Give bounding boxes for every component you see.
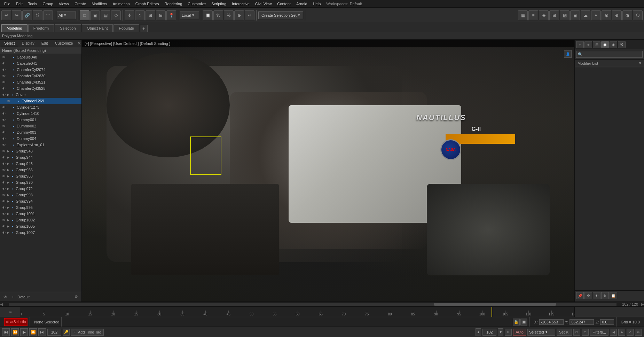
time-config-icon[interactable]: ⚙ [505, 329, 512, 336]
menu-content[interactable]: Content [274, 1, 293, 7]
eye-icon-13[interactable]: 👁 [1, 137, 6, 141]
expand-icon-21[interactable]: ▶ [7, 187, 9, 190]
filter-icon[interactable]: ⊻ [582, 329, 589, 336]
filters-button[interactable]: Filters... [590, 329, 608, 336]
layer-settings-icon[interactable]: ⚙ [73, 294, 79, 300]
menu-tools[interactable]: Tools [25, 1, 40, 7]
modify-tab-button[interactable]: ⎈ [584, 41, 592, 48]
play-button[interactable]: ▶ [20, 328, 28, 336]
scene-item-group1007[interactable]: 👁▶▪Group1007 [0, 229, 81, 236]
selection-filter-dropdown[interactable]: All ▾ [57, 11, 76, 19]
tab-selection[interactable]: Selection [55, 24, 81, 32]
eye-icon-3[interactable]: 👁 [1, 74, 6, 78]
menu-arnold[interactable]: Arnold [293, 1, 310, 7]
material-editor-button[interactable]: ◈ [539, 10, 549, 20]
eye-icon-5[interactable]: 👁 [1, 87, 6, 91]
tab-freeform[interactable]: Freeform [28, 24, 54, 32]
menu-modifiers[interactable]: Modifiers [89, 1, 110, 7]
menu-group[interactable]: Group [40, 1, 56, 7]
bind-button[interactable]: 〰 [43, 10, 53, 20]
arrow-left-anim-icon[interactable]: ◀ [610, 329, 617, 336]
scene-tab-customize[interactable]: Customize [52, 40, 76, 46]
expand-icon-27[interactable]: ▶ [7, 225, 9, 228]
prev-frame-button[interactable]: ⏪ [11, 328, 19, 336]
eye-icon-8[interactable]: 👁 [1, 105, 6, 109]
scene-item-group943[interactable]: 👁▶▪Group943 [0, 148, 81, 154]
effects-button[interactable]: ✦ [591, 10, 601, 20]
expand-icon-19[interactable]: ▶ [7, 174, 9, 178]
eye-icon-1[interactable]: 👁 [1, 62, 6, 65]
angle-snap-button[interactable]: % [213, 10, 223, 20]
modifier-show-button[interactable]: 👁 [593, 292, 600, 299]
arrow-right-anim-icon[interactable]: ▶ [618, 329, 625, 336]
expand-icon-17[interactable]: ▶ [7, 162, 9, 165]
eye-icon-25[interactable]: 👁 [1, 212, 6, 216]
eye-icon-6[interactable]: 👁 [1, 93, 6, 97]
expand-icon-18[interactable]: ▶ [7, 168, 9, 172]
eye-icon-16[interactable]: 👁 [1, 156, 6, 159]
spinner-snap-button[interactable]: % [224, 10, 234, 20]
raytracer-button[interactable]: ◉ [602, 10, 611, 20]
render-message-button[interactable]: ⊕ [612, 10, 622, 20]
scene-item-chamfercyl2074[interactable]: 👁▪ChamferCyl2074 [0, 66, 81, 73]
select-tool-button[interactable]: □ [80, 10, 89, 20]
expand-anim-icon[interactable]: ⤢ [627, 329, 634, 336]
eye-icon-28[interactable]: 👁 [1, 231, 6, 235]
menu-animation[interactable]: Animation [110, 1, 133, 7]
scene-item-chamfercyl3525[interactable]: 👁▪ChamferCyl3525 [0, 85, 81, 92]
eye-icon-11[interactable]: 👁 [1, 124, 6, 128]
tab-add-button[interactable]: + [140, 25, 148, 32]
selected-set-dropdown[interactable]: Selected ▾ [527, 329, 555, 336]
scene-item-group945[interactable]: 👁▶▪Group945 [0, 160, 81, 167]
eye-icon-21[interactable]: 👁 [1, 187, 6, 191]
scene-item-group1001[interactable]: 👁▶▪Group1001 [0, 211, 81, 217]
expand-icon-20[interactable]: ▶ [7, 181, 9, 184]
scene-item-chamfercyl3521[interactable]: 👁▪ChamferCyl3521 [0, 79, 81, 85]
expand-icon-26[interactable]: ▶ [7, 218, 9, 222]
expand-icon-25[interactable]: ▶ [7, 212, 9, 215]
eye-icon-14[interactable]: 👁 [1, 143, 6, 147]
scene-tab-select[interactable]: Select [1, 40, 18, 46]
eye-icon-26[interactable]: 👁 [1, 218, 6, 222]
scene-item-group1002[interactable]: 👁▶▪Group1002 [0, 217, 81, 223]
window-crossing-button[interactable]: ▤ [101, 10, 110, 20]
scene-item-explorerarm_01[interactable]: 👁▪ExplorerArm_01 [0, 142, 81, 148]
menu-create[interactable]: Create [72, 1, 89, 7]
menu-rendering[interactable]: Rendering [162, 1, 185, 7]
current-frame-input[interactable]: 102 [482, 329, 496, 336]
tab-populate[interactable]: Populate [113, 24, 139, 32]
scroll-left-button[interactable]: ◀ [0, 302, 3, 307]
modifier-configure-button[interactable]: ⚙ [584, 292, 592, 299]
scene-item-group972[interactable]: 👁▶▪Group972 [0, 186, 81, 192]
scene-item-group968[interactable]: 👁▶▪Group968 [0, 173, 81, 179]
scroll-right-button[interactable]: ▶ [641, 302, 644, 307]
scene-tab-display[interactable]: Display [19, 40, 37, 46]
eye-icon-23[interactable]: 👁 [1, 199, 6, 203]
create-selection-set-button[interactable]: Create Selection Set ▾ [258, 11, 303, 19]
eye-icon-24[interactable]: 👁 [1, 206, 6, 210]
snap-toggle-button[interactable]: 🔲 [203, 10, 213, 20]
scene-explorer-close-button[interactable]: ✕ [77, 41, 81, 46]
scene-item-cover[interactable]: 👁▶▪Cover [0, 92, 81, 98]
place-button[interactable]: 📍 [166, 10, 176, 20]
go-to-end-button[interactable]: ⏭ [38, 328, 46, 336]
coordinate-dropdown[interactable]: Local ▾ [180, 11, 199, 19]
menu-views[interactable]: Views [56, 1, 72, 7]
scene-item-cylinder1269[interactable]: 👁▪Cylinder1269 [0, 98, 81, 104]
material-map-button[interactable]: ⬡ [633, 10, 643, 20]
freehand-select-button[interactable]: ◇ [111, 10, 121, 20]
eye-icon-18[interactable]: 👁 [1, 168, 6, 172]
scene-item-group1005[interactable]: 👁▶▪Group1005 [0, 223, 81, 229]
viewport-icon[interactable]: ▣ [520, 319, 527, 326]
link-button[interactable]: 🔗 [22, 10, 32, 20]
viewport-settings-icon[interactable]: 👤 [564, 50, 572, 58]
scene-item-dummy001[interactable]: 👁▪Dummy001 [0, 117, 81, 123]
activeshade-button[interactable]: ◑ [622, 10, 632, 20]
menu-file[interactable]: File [1, 1, 13, 7]
squash-button[interactable]: ⊟ [156, 10, 166, 20]
modifier-delete-button[interactable]: 🗑 [601, 292, 609, 299]
utilities-tab-button[interactable]: ⚒ [618, 41, 626, 48]
menu-customize[interactable]: Customize [185, 1, 209, 7]
render-frame-button[interactable]: ▨ [560, 10, 570, 20]
x-value[interactable]: -1634.553 [539, 319, 564, 325]
